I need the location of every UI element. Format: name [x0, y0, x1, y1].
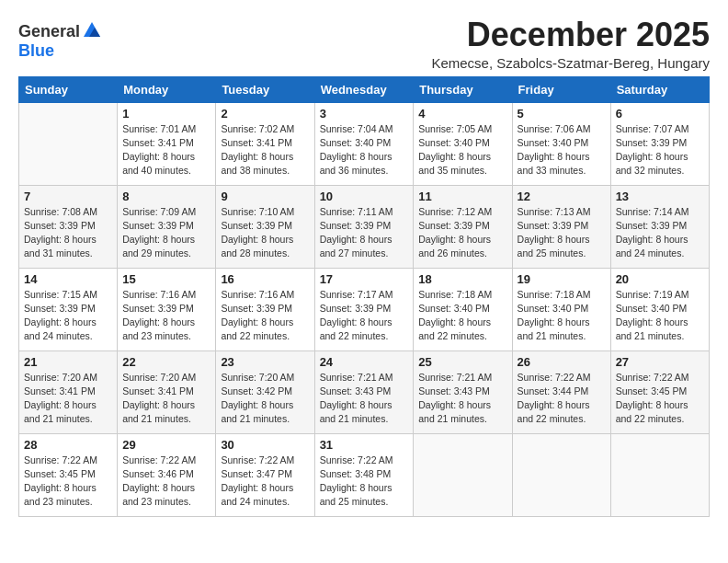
calendar-cell: 2Sunrise: 7:02 AM Sunset: 3:41 PM Daylig…: [216, 102, 314, 185]
day-number: 10: [320, 190, 409, 203]
day-number: 23: [221, 355, 309, 369]
day-info: Sunrise: 7:13 AM Sunset: 3:39 PM Dayligh…: [518, 205, 606, 261]
day-number: 14: [24, 272, 112, 286]
calendar-cell: 27Sunrise: 7:22 AM Sunset: 3:45 PM Dayli…: [610, 350, 709, 433]
calendar-cell: 15Sunrise: 7:16 AM Sunset: 3:39 PM Dayli…: [118, 268, 216, 350]
logo-general: General: [18, 23, 80, 40]
day-info: Sunrise: 7:06 AM Sunset: 3:40 PM Dayligh…: [518, 122, 606, 178]
day-info: Sunrise: 7:16 AM Sunset: 3:39 PM Dayligh…: [221, 288, 309, 344]
calendar-cell: 10Sunrise: 7:11 AM Sunset: 3:39 PM Dayli…: [314, 185, 414, 268]
day-number: 28: [24, 438, 112, 452]
day-info: Sunrise: 7:22 AM Sunset: 3:44 PM Dayligh…: [518, 371, 606, 427]
day-number: 22: [122, 355, 210, 369]
calendar-cell: [414, 433, 512, 516]
day-number: 20: [616, 272, 704, 286]
week-row: 14Sunrise: 7:15 AM Sunset: 3:39 PM Dayli…: [19, 268, 710, 350]
calendar-cell: 17Sunrise: 7:17 AM Sunset: 3:39 PM Dayli…: [314, 268, 414, 350]
day-info: Sunrise: 7:12 AM Sunset: 3:39 PM Dayligh…: [418, 205, 506, 261]
day-info: Sunrise: 7:10 AM Sunset: 3:39 PM Dayligh…: [221, 205, 309, 261]
logo: General Blue: [18, 20, 102, 60]
calendar-cell: [610, 433, 709, 516]
day-number: 3: [320, 107, 409, 121]
col-header-sunday: Sunday: [19, 76, 118, 102]
day-info: Sunrise: 7:20 AM Sunset: 3:42 PM Dayligh…: [221, 371, 309, 427]
day-number: 30: [221, 438, 309, 452]
day-info: Sunrise: 7:16 AM Sunset: 3:39 PM Dayligh…: [122, 288, 210, 344]
col-header-thursday: Thursday: [414, 76, 512, 102]
day-number: 15: [122, 272, 210, 286]
day-number: 17: [320, 272, 409, 286]
calendar-cell: 30Sunrise: 7:22 AM Sunset: 3:47 PM Dayli…: [216, 433, 314, 516]
calendar-cell: 12Sunrise: 7:13 AM Sunset: 3:39 PM Dayli…: [512, 185, 610, 268]
calendar-table: SundayMondayTuesdayWednesdayThursdayFrid…: [18, 76, 710, 517]
calendar-cell: 24Sunrise: 7:21 AM Sunset: 3:43 PM Dayli…: [314, 350, 414, 433]
day-number: 8: [122, 190, 210, 203]
day-number: 16: [221, 272, 309, 286]
calendar-cell: 21Sunrise: 7:20 AM Sunset: 3:41 PM Dayli…: [19, 350, 118, 433]
calendar-cell: 9Sunrise: 7:10 AM Sunset: 3:39 PM Daylig…: [216, 185, 314, 268]
header: General Blue December 2025 Kemecse, Szab…: [18, 17, 710, 71]
week-row: 1Sunrise: 7:01 AM Sunset: 3:41 PM Daylig…: [19, 102, 710, 185]
day-info: Sunrise: 7:07 AM Sunset: 3:39 PM Dayligh…: [616, 122, 704, 178]
day-number: 26: [518, 355, 606, 369]
day-info: Sunrise: 7:05 AM Sunset: 3:40 PM Dayligh…: [418, 122, 506, 178]
title-area: December 2025 Kemecse, Szabolcs-Szatmar-…: [431, 17, 710, 71]
day-info: Sunrise: 7:19 AM Sunset: 3:40 PM Dayligh…: [616, 288, 704, 344]
col-header-friday: Friday: [512, 76, 610, 102]
day-info: Sunrise: 7:08 AM Sunset: 3:39 PM Dayligh…: [24, 205, 112, 261]
calendar-cell: 8Sunrise: 7:09 AM Sunset: 3:39 PM Daylig…: [118, 185, 216, 268]
col-header-monday: Monday: [118, 76, 216, 102]
calendar-cell: 1Sunrise: 7:01 AM Sunset: 3:41 PM Daylig…: [118, 102, 216, 185]
calendar-cell: 6Sunrise: 7:07 AM Sunset: 3:39 PM Daylig…: [610, 102, 709, 185]
calendar-cell: [512, 433, 610, 516]
day-number: 5: [518, 107, 606, 121]
calendar-cell: 4Sunrise: 7:05 AM Sunset: 3:40 PM Daylig…: [414, 102, 512, 185]
col-header-saturday: Saturday: [610, 76, 709, 102]
day-info: Sunrise: 7:18 AM Sunset: 3:40 PM Dayligh…: [418, 288, 506, 344]
location-title: Kemecse, Szabolcs-Szatmar-Bereg, Hungary: [431, 55, 710, 71]
calendar-cell: 11Sunrise: 7:12 AM Sunset: 3:39 PM Dayli…: [414, 185, 512, 268]
calendar-cell: 13Sunrise: 7:14 AM Sunset: 3:39 PM Dayli…: [610, 185, 709, 268]
day-info: Sunrise: 7:20 AM Sunset: 3:41 PM Dayligh…: [122, 371, 210, 427]
day-number: 12: [518, 190, 606, 203]
day-number: 6: [616, 107, 704, 121]
day-number: 7: [24, 190, 112, 203]
day-info: Sunrise: 7:21 AM Sunset: 3:43 PM Dayligh…: [320, 371, 409, 427]
day-number: 1: [122, 107, 210, 121]
day-number: 27: [616, 355, 704, 369]
calendar-cell: 7Sunrise: 7:08 AM Sunset: 3:39 PM Daylig…: [19, 185, 118, 268]
day-info: Sunrise: 7:18 AM Sunset: 3:40 PM Dayligh…: [518, 288, 606, 344]
logo-icon: [82, 20, 102, 40]
logo-blue: Blue: [18, 41, 54, 60]
day-number: 19: [518, 272, 606, 286]
calendar-cell: 31Sunrise: 7:22 AM Sunset: 3:48 PM Dayli…: [314, 433, 414, 516]
header-row: SundayMondayTuesdayWednesdayThursdayFrid…: [19, 76, 710, 102]
day-info: Sunrise: 7:11 AM Sunset: 3:39 PM Dayligh…: [320, 205, 409, 261]
calendar-cell: 16Sunrise: 7:16 AM Sunset: 3:39 PM Dayli…: [216, 268, 314, 350]
calendar-cell: 20Sunrise: 7:19 AM Sunset: 3:40 PM Dayli…: [610, 268, 709, 350]
day-number: 4: [418, 107, 506, 121]
day-info: Sunrise: 7:21 AM Sunset: 3:43 PM Dayligh…: [418, 371, 506, 427]
week-row: 21Sunrise: 7:20 AM Sunset: 3:41 PM Dayli…: [19, 350, 710, 433]
day-info: Sunrise: 7:22 AM Sunset: 3:46 PM Dayligh…: [122, 454, 210, 510]
day-number: 24: [320, 355, 409, 369]
calendar-cell: 3Sunrise: 7:04 AM Sunset: 3:40 PM Daylig…: [314, 102, 414, 185]
calendar-cell: 28Sunrise: 7:22 AM Sunset: 3:45 PM Dayli…: [19, 433, 118, 516]
day-number: 31: [320, 438, 409, 452]
calendar-cell: 25Sunrise: 7:21 AM Sunset: 3:43 PM Dayli…: [414, 350, 512, 433]
day-info: Sunrise: 7:04 AM Sunset: 3:40 PM Dayligh…: [320, 122, 409, 178]
day-number: 2: [221, 107, 309, 121]
calendar-cell: 22Sunrise: 7:20 AM Sunset: 3:41 PM Dayli…: [118, 350, 216, 433]
day-info: Sunrise: 7:22 AM Sunset: 3:47 PM Dayligh…: [221, 454, 309, 510]
day-info: Sunrise: 7:01 AM Sunset: 3:41 PM Dayligh…: [122, 122, 210, 178]
day-info: Sunrise: 7:20 AM Sunset: 3:41 PM Dayligh…: [24, 371, 112, 427]
calendar-cell: 26Sunrise: 7:22 AM Sunset: 3:44 PM Dayli…: [512, 350, 610, 433]
calendar-cell: 18Sunrise: 7:18 AM Sunset: 3:40 PM Dayli…: [414, 268, 512, 350]
calendar-cell: 5Sunrise: 7:06 AM Sunset: 3:40 PM Daylig…: [512, 102, 610, 185]
day-info: Sunrise: 7:22 AM Sunset: 3:45 PM Dayligh…: [24, 454, 112, 510]
calendar-cell: 29Sunrise: 7:22 AM Sunset: 3:46 PM Dayli…: [118, 433, 216, 516]
day-info: Sunrise: 7:17 AM Sunset: 3:39 PM Dayligh…: [320, 288, 409, 344]
day-info: Sunrise: 7:02 AM Sunset: 3:41 PM Dayligh…: [221, 122, 309, 178]
col-header-tuesday: Tuesday: [216, 76, 314, 102]
calendar-cell: [19, 102, 118, 185]
